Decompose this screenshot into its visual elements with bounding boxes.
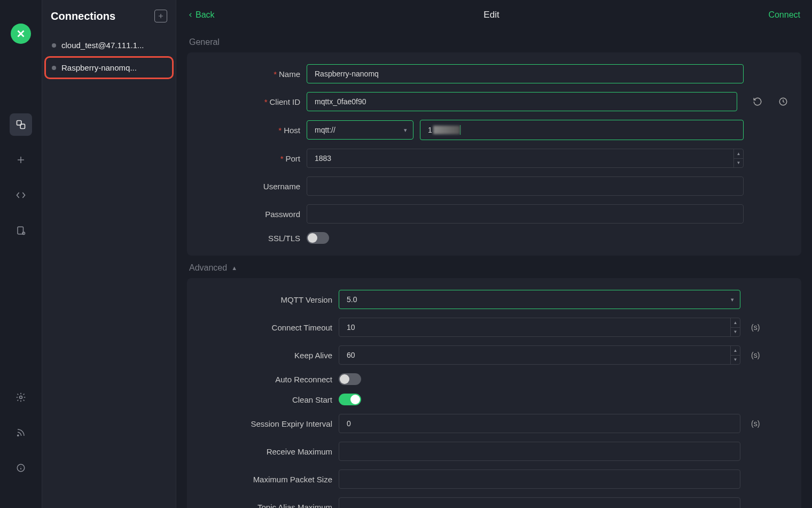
- timeout-stepper[interactable]: ▲▼: [730, 318, 740, 336]
- nav-log-icon[interactable]: [10, 219, 32, 242]
- advanced-panel: MQTT Version 5.0 ▾ Connect Timeout ▲▼ (s…: [187, 278, 801, 508]
- seconds-suffix: (s): [751, 323, 764, 332]
- auto-reconnect-label: Auto Reconnect: [275, 375, 332, 384]
- connect-button[interactable]: Connect: [768, 10, 800, 20]
- topic-alias-max-input[interactable]: [339, 497, 740, 508]
- username-label: Username: [263, 182, 300, 191]
- keep-alive-input[interactable]: [339, 345, 740, 365]
- refresh-clientid-button[interactable]: [752, 96, 763, 107]
- host-protocol-select[interactable]: mqtt://: [307, 120, 413, 140]
- general-panel: *Name *Client ID: [187, 52, 801, 256]
- nav-settings-icon[interactable]: [10, 386, 32, 409]
- receive-max-input[interactable]: [339, 442, 740, 461]
- keep-alive-label: Keep Alive: [294, 351, 332, 360]
- name-input[interactable]: [307, 64, 744, 83]
- connection-label: cloud_test@47.111.1...: [61, 41, 144, 50]
- svg-point-4: [20, 396, 22, 399]
- topbar: Back Edit Connect: [176, 0, 812, 30]
- host-label: Host: [284, 126, 300, 135]
- sidebar-title: Connections: [51, 10, 115, 22]
- host-address-input[interactable]: 1: [420, 120, 744, 140]
- seconds-suffix: (s): [751, 351, 764, 359]
- nav-connections-icon[interactable]: [10, 113, 32, 136]
- ssl-label: SSL/TLS: [268, 234, 300, 243]
- advanced-section-title[interactable]: Advanced ▲: [189, 263, 801, 273]
- keepalive-stepper[interactable]: ▲▼: [730, 346, 740, 364]
- general-section-title: General: [189, 37, 801, 47]
- max-packet-input[interactable]: [339, 469, 740, 489]
- ssl-toggle[interactable]: [307, 232, 329, 244]
- mqtt-version-select[interactable]: 5.0: [339, 290, 740, 309]
- nav-new-icon[interactable]: [10, 149, 32, 171]
- app-logo: [11, 24, 31, 44]
- username-input[interactable]: [307, 176, 744, 196]
- port-label: Port: [285, 154, 300, 163]
- connection-item-selected[interactable]: Raspberry-nanomq...: [44, 56, 174, 79]
- svg-point-5: [18, 435, 19, 436]
- text-cursor: [460, 125, 460, 135]
- clean-start-label: Clean Start: [292, 395, 332, 404]
- add-connection-button[interactable]: [154, 10, 167, 22]
- connect-timeout-input[interactable]: [339, 318, 740, 337]
- status-dot-icon: [52, 43, 56, 48]
- connect-timeout-label: Connect Timeout: [272, 323, 332, 332]
- status-dot-icon: [52, 66, 56, 70]
- connections-sidebar: Connections cloud_test@47.111.1... Raspb…: [42, 0, 176, 508]
- nav-rail: [0, 0, 42, 508]
- main-content: Back Edit Connect General *Name *Client …: [176, 0, 812, 508]
- session-expiry-input[interactable]: [339, 414, 740, 433]
- back-label: Back: [196, 10, 215, 20]
- nav-about-icon[interactable]: [10, 457, 32, 479]
- nav-scripts-icon[interactable]: [10, 184, 32, 206]
- back-button[interactable]: Back: [188, 10, 215, 20]
- port-input[interactable]: [307, 149, 744, 168]
- port-stepper[interactable]: ▲▼: [733, 149, 743, 167]
- clean-start-toggle[interactable]: [339, 394, 361, 405]
- max-packet-label: Maximum Packet Size: [253, 475, 332, 484]
- password-input[interactable]: [307, 204, 744, 224]
- collapse-up-icon: ▲: [231, 265, 237, 271]
- clientid-label: Client ID: [269, 97, 300, 106]
- session-expiry-label: Session Expiry Interval: [251, 419, 332, 428]
- topic-alias-max-label: Topic Alias Maximum: [257, 503, 332, 509]
- seconds-suffix: (s): [751, 419, 764, 428]
- clientid-input[interactable]: [307, 92, 737, 111]
- receive-max-label: Receive Maximum: [267, 447, 332, 456]
- nav-feed-icon[interactable]: [10, 421, 32, 444]
- history-clientid-button[interactable]: [778, 96, 788, 107]
- password-label: Password: [265, 210, 300, 219]
- mqtt-version-label: MQTT Version: [281, 295, 332, 304]
- connection-item[interactable]: cloud_test@47.111.1...: [44, 35, 174, 55]
- connection-label: Raspberry-nanomq...: [61, 63, 137, 72]
- name-label: Name: [279, 70, 300, 79]
- auto-reconnect-toggle[interactable]: [339, 373, 361, 385]
- obscured-host-text: [433, 126, 460, 134]
- page-title: Edit: [483, 10, 499, 20]
